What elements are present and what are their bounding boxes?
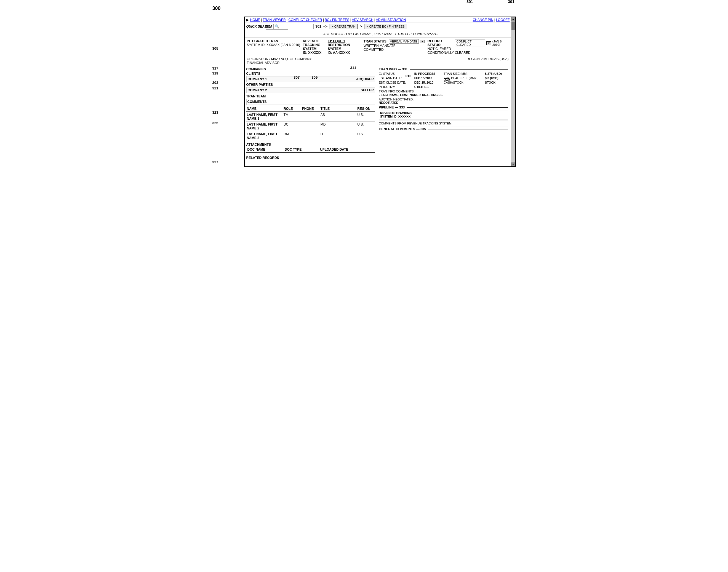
est-close-value: DEC 15, 2010	[414, 81, 442, 84]
col-title-header: TITLE	[320, 106, 357, 111]
label-301-left: 301	[265, 24, 271, 28]
cash-stock-value: STOCK	[485, 81, 508, 84]
revenue-label: REVENUE	[303, 39, 325, 43]
member3-name: LAST NAME, FIRST NAME 3	[246, 132, 283, 140]
other-parties-label: OTHER PARTIES	[246, 83, 375, 87]
tracking-label: TRACKING	[303, 43, 325, 47]
company1-role: ACQUIRER	[356, 77, 374, 81]
el-status-value: IN PROGRESS	[414, 72, 442, 75]
id-equity: ID: EQUITY	[328, 39, 361, 43]
scroll-down-arrow[interactable]: ▼	[511, 162, 515, 166]
tran-size-label: TRAN SIZE (MM):	[444, 72, 483, 75]
record-status-box: CONFLICT CLEARED	[455, 39, 485, 47]
search-input-wrap[interactable]: 🔍	[273, 24, 314, 29]
member2-region: U.S.	[357, 122, 375, 131]
nav-logoff[interactable]: LOGOFF	[496, 18, 510, 22]
member3-phone	[301, 132, 320, 140]
create-tran-button[interactable]: + CREATE TRAN	[329, 24, 358, 29]
label-300: 300	[212, 5, 221, 11]
company2-name: COMPANY 2	[248, 88, 267, 92]
revenue-tracking-label: REVENUE TRACKING	[380, 112, 507, 115]
company1-row: COMPANY 1 ACQUIRER	[246, 76, 375, 82]
member3-role: RM	[283, 132, 301, 140]
region-label: REGION: AMERICAS (USA)	[466, 57, 508, 65]
tran-status-dropdown[interactable]: ▼	[420, 40, 425, 43]
nav-administration[interactable]: ADMINISTARATION	[376, 18, 406, 22]
system-label: SYSTEM	[303, 47, 325, 51]
tran-info-comments-value: ▪ LAST NAME, FIRST NAME 2 DRAFTING EL.	[379, 93, 508, 96]
member2-name: LAST NAME, FIRST NAME 2	[246, 122, 283, 131]
tran-status-row: TRAN STATUS: VERBAL MANDATE ▼	[364, 39, 425, 44]
revenue-system-id: SYSTEM ID: XXXXXX	[380, 115, 507, 118]
member1-role: TM	[283, 113, 301, 121]
industry-value: UTILITIES	[414, 85, 442, 88]
label-301-search: 301	[315, 24, 321, 28]
table-row: LAST NAME, FIRST NAME 3 RM D U.S.	[246, 131, 375, 141]
label-301-right: 301	[508, 0, 514, 4]
pipeline-header: PIPELINE — 333	[379, 105, 508, 109]
financial-advisor-label: FINANCIAL ADVISOR	[247, 61, 312, 65]
est-ann-value: FEB 15,2010	[414, 76, 442, 80]
main-application-box: ▲ ▼ ▣ ▶ HOME | TRAN VIEWER | CONFLICT CH…	[244, 16, 516, 167]
create-bc-fin-button[interactable]: + CREATE BC / FIN TREES	[364, 24, 407, 29]
tran-status-box: VERBAL MANDATE	[389, 39, 419, 44]
id-xxxxxx: ID: XXXXXX	[303, 51, 325, 55]
committed: COMMITTED	[364, 48, 425, 52]
label-331: — 331	[398, 67, 408, 71]
comments-box: COMMENTS	[246, 99, 375, 105]
member1-region: U.S.	[357, 113, 375, 121]
written-mandate: WRITTEN MANDATE	[364, 44, 425, 48]
nav-links-right: CHANGE PIN | LOGOFF	[473, 18, 510, 22]
member1-name: LAST NAME, FIRST NAME 1	[246, 113, 283, 121]
attachment-row	[246, 152, 375, 154]
col-doc-name: DOC NAME	[246, 147, 284, 152]
table-row: LAST NAME, FIRST NAME 1 TM AS U.S.	[246, 112, 375, 122]
tran-size-value: $ 275 (USD)	[485, 72, 508, 75]
record-status-col: RECORD STATUS: CONFLICT CLEARED ▼ (JAN 6…	[428, 39, 509, 55]
right-panel: TRAN INFO — 331 EL STATUS: IN PROGRESS T…	[377, 66, 510, 166]
nav-conflict-checker[interactable]: CONFLICT CHECKER	[289, 18, 322, 22]
est-close-label: EST. CLOSE DATE:	[379, 81, 412, 84]
main-content-area: COMPANIES CLIENTS COMPANY 1 ACQUIRER OTH…	[245, 66, 515, 166]
nav-bc-fin-trees[interactable]: BC / FIN TREES	[325, 18, 349, 22]
table-row: LAST NAME, FIRST NAME 2 DC MD U.S.	[246, 122, 375, 131]
member2-phone	[301, 122, 320, 131]
nav-home[interactable]: HOME	[250, 18, 260, 22]
search-input[interactable]	[279, 25, 312, 28]
record-status-label: RECORD STATUS:	[428, 39, 454, 47]
label-319: 319	[212, 71, 218, 75]
tran-team-label: TRAN TEAM	[246, 94, 375, 98]
origination-label: ORIGINATION / M&A / ACQ. OF COMPANY	[247, 57, 312, 61]
tran-info-label: TRAN INFO	[379, 67, 397, 71]
nav-adv-search[interactable]: ADV SEARCH	[352, 18, 373, 22]
clients-label: CLIENTS	[246, 72, 375, 76]
record-status-date: (JAN 6 2010)	[492, 40, 509, 46]
nav-tran-viewer[interactable]: TRAN VIEWER	[263, 18, 286, 22]
related-records-label: RELATED RECORDS	[246, 156, 375, 165]
origin-left: ORIGINATION / M&A / ACQ. OF COMPANY FINA…	[247, 57, 312, 65]
scroll-up-arrow[interactable]: ▲	[511, 17, 515, 21]
company1-name: COMPANY 1	[248, 77, 267, 81]
scrollbar-right[interactable]: ▲ ▼	[511, 17, 515, 166]
integrated-tran-col: INTEGRATED TRAN SYSTEM ID: XXXAAX (JAN 6…	[247, 39, 300, 47]
record-status-row: RECORD STATUS: CONFLICT CLEARED ▼ (JAN 6…	[428, 39, 509, 47]
member1-phone	[301, 113, 320, 121]
tran-team-table-header: NAME ROLE PHONE TITLE REGION	[246, 106, 375, 112]
label-311-inline: 311	[350, 66, 356, 70]
auction-label: AUCTION NEGOTIATED:	[379, 98, 508, 101]
member3-region: U.S.	[357, 132, 375, 140]
last-modified-bar: LAST MODIFIED BY LAST NAME, FIRST NAME 1…	[245, 31, 515, 38]
search-bar: QUICK SEARCH 🔍 301 ~(+ + CREATE TRAN (+ …	[245, 23, 515, 31]
auction-value: NEGOTIATED	[379, 101, 508, 104]
tran-info-grid: EL STATUS: IN PROGRESS TRAN SIZE (MM): $…	[379, 72, 508, 88]
label-333: — 333	[395, 105, 405, 109]
origin-row: ORIGINATION / M&A / ACQ. OF COMPANY FINA…	[245, 56, 515, 66]
nav-change-pin[interactable]: CHANGE PIN	[473, 18, 494, 22]
scroll-thumb[interactable]	[511, 21, 515, 30]
label-307-inline: 307	[294, 75, 300, 79]
label-325: 325	[212, 121, 218, 125]
record-status-dropdown[interactable]: ▼	[486, 42, 491, 45]
col-phone-header: PHONE	[301, 106, 320, 111]
tran-status-col: TRAN STATUS: VERBAL MANDATE ▼ WRITTEN MA…	[364, 39, 425, 52]
col-role-header: ROLE	[283, 106, 301, 111]
